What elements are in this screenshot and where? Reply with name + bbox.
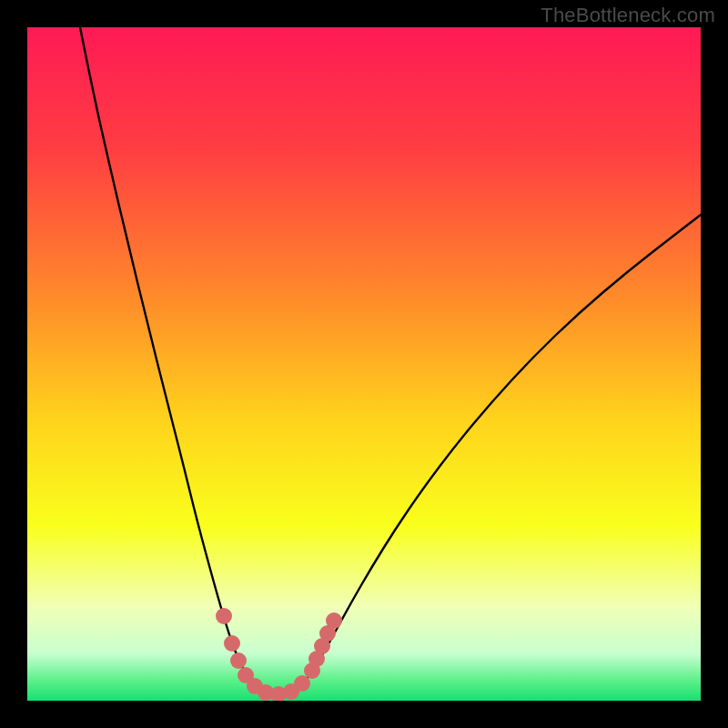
marker-dot bbox=[294, 675, 310, 692]
marker-dot bbox=[230, 652, 247, 669]
plot-background bbox=[27, 27, 701, 701]
marker-dot bbox=[224, 635, 240, 652]
marker-dot bbox=[326, 612, 342, 629]
watermark-text: TheBottleneck.com bbox=[541, 4, 715, 27]
plot-area bbox=[27, 27, 701, 701]
marker-dot bbox=[216, 608, 232, 624]
chart-frame: TheBottleneck.com bbox=[0, 0, 728, 728]
chart-svg bbox=[27, 27, 701, 701]
